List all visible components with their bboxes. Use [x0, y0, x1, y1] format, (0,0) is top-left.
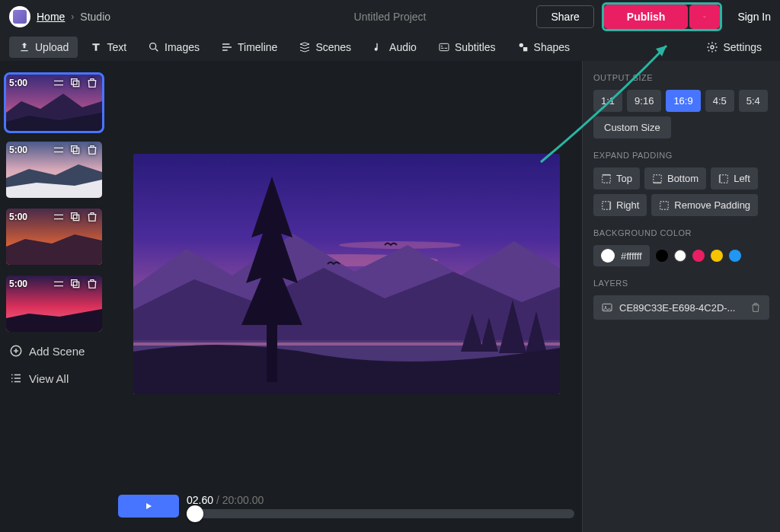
list-icon: [9, 371, 23, 385]
timeline-icon: [221, 41, 233, 53]
scene-thumbnail[interactable]: 5:00: [6, 75, 102, 131]
publish-group: Publish: [602, 2, 723, 31]
breadcrumb-studio[interactable]: Studio: [80, 11, 110, 23]
tool-audio[interactable]: Audio: [363, 37, 426, 58]
expand-padding-options: Top Bottom Left Right Remove Padding: [593, 167, 769, 216]
main: 5:00 5:00 5:00: [0, 61, 780, 532]
reorder-icon[interactable]: [52, 277, 66, 291]
custom-size-button[interactable]: Custom Size: [593, 116, 671, 139]
svg-rect-6: [72, 79, 77, 84]
svg-rect-1: [440, 43, 449, 50]
copy-icon[interactable]: [69, 277, 82, 291]
svg-point-0: [150, 43, 156, 49]
swatch-black[interactable]: [656, 250, 668, 262]
swatch-blue[interactable]: [729, 250, 741, 262]
ratio-16-9[interactable]: 16:9: [666, 90, 700, 112]
text-icon: [90, 41, 102, 53]
pad-right[interactable]: Right: [593, 194, 647, 216]
color-preview-swatch: [601, 249, 615, 263]
pad-top[interactable]: Top: [593, 167, 640, 190]
tool-settings[interactable]: Settings: [697, 37, 771, 58]
scene-duration: 5:00: [9, 145, 49, 155]
scene-duration: 5:00: [9, 279, 49, 289]
ratio-5-4[interactable]: 5:4: [739, 90, 768, 112]
pad-left[interactable]: Left: [711, 167, 758, 190]
app-logo[interactable]: [9, 6, 30, 27]
trash-icon[interactable]: [750, 301, 762, 314]
color-input[interactable]: #ffffff: [593, 245, 650, 266]
pad-top-icon: [601, 174, 612, 184]
share-button[interactable]: Share: [536, 5, 593, 28]
swatch-yellow[interactable]: [711, 250, 723, 262]
pad-bottom[interactable]: Bottom: [644, 167, 706, 190]
scene-thumbnail[interactable]: 5:00: [6, 142, 102, 198]
svg-rect-11: [73, 215, 78, 220]
trash-icon[interactable]: [85, 210, 99, 224]
svg-rect-14: [73, 282, 78, 287]
subtitles-icon: [438, 41, 450, 53]
scene-thumbnail[interactable]: 5:00: [6, 276, 102, 332]
section-output-size: OUTPUT SIZE: [593, 73, 769, 82]
swatch-white[interactable]: [674, 250, 686, 262]
pad-left-icon: [718, 174, 729, 184]
ratio-1-1[interactable]: 1:1: [593, 90, 622, 112]
svg-point-2: [519, 43, 523, 47]
reorder-icon[interactable]: [52, 143, 66, 157]
audio-icon: [372, 41, 385, 53]
section-layers: LAYERS: [593, 279, 769, 288]
copy-icon[interactable]: [69, 143, 82, 157]
publish-dropdown[interactable]: [689, 5, 720, 29]
color-hex-value: #ffffff: [621, 250, 642, 262]
svg-rect-5: [73, 81, 78, 86]
reorder-icon[interactable]: [52, 210, 66, 224]
chevron-right-icon: ›: [71, 11, 74, 22]
scene-thumbnail[interactable]: 5:00: [6, 209, 102, 265]
copy-icon[interactable]: [69, 210, 82, 224]
add-scene-button[interactable]: Add Scene: [6, 342, 104, 359]
tool-upload[interactable]: Upload: [9, 37, 78, 58]
background-color-row: #ffffff: [593, 245, 769, 266]
svg-point-20: [339, 241, 461, 249]
layer-item[interactable]: CE89C33E-E698-4C2D-...: [593, 295, 769, 320]
canvas[interactable]: [110, 61, 582, 486]
project-title[interactable]: Untitled Project: [354, 11, 427, 23]
publish-button[interactable]: Publish: [604, 5, 689, 29]
copy-icon[interactable]: [69, 76, 82, 90]
trash-icon[interactable]: [85, 277, 99, 291]
pad-bottom-icon: [652, 174, 663, 184]
pad-remove-icon: [659, 200, 670, 211]
reorder-icon[interactable]: [52, 76, 66, 90]
header-actions: Share Publish Sign In: [536, 2, 771, 31]
upload-icon: [18, 41, 30, 53]
trash-icon[interactable]: [85, 76, 99, 90]
swatch-pink[interactable]: [692, 250, 705, 262]
svg-rect-25: [720, 174, 728, 183]
output-size-options: 1:1 9:16 16:9 4:5 5:4 Custom Size: [593, 90, 769, 139]
section-expand-padding: EXPAND PADDING: [593, 151, 769, 160]
tool-subtitles[interactable]: Subtitles: [429, 37, 505, 58]
pad-remove[interactable]: Remove Padding: [651, 194, 758, 216]
sign-in-link[interactable]: Sign In: [737, 11, 771, 23]
breadcrumb: Home › Studio: [9, 6, 110, 27]
view-all-button[interactable]: View All: [6, 370, 104, 387]
ratio-9-16[interactable]: 9:16: [627, 90, 661, 112]
play-button[interactable]: [118, 495, 179, 518]
canvas-preview: [133, 154, 560, 394]
timeline-thumb[interactable]: [187, 505, 203, 522]
trash-icon[interactable]: [85, 143, 99, 157]
tool-timeline[interactable]: Timeline: [212, 37, 286, 58]
tool-images[interactable]: Images: [139, 37, 209, 58]
canvas-area: 02.60 / 20:00.00: [110, 61, 582, 532]
scene-panel: 5:00 5:00 5:00: [0, 61, 110, 532]
tool-text[interactable]: Text: [81, 37, 136, 58]
properties-panel: OUTPUT SIZE 1:1 9:16 16:9 4:5 5:4 Custom…: [582, 61, 780, 532]
ratio-4-5[interactable]: 4:5: [705, 90, 734, 112]
scenes-icon: [299, 41, 311, 53]
svg-rect-8: [73, 148, 78, 153]
tool-shapes[interactable]: Shapes: [508, 37, 579, 58]
svg-rect-23: [603, 174, 611, 183]
tool-scenes[interactable]: Scenes: [289, 37, 360, 58]
pad-right-icon: [601, 200, 612, 211]
timeline-track[interactable]: [187, 509, 574, 518]
breadcrumb-home[interactable]: Home: [37, 11, 65, 23]
